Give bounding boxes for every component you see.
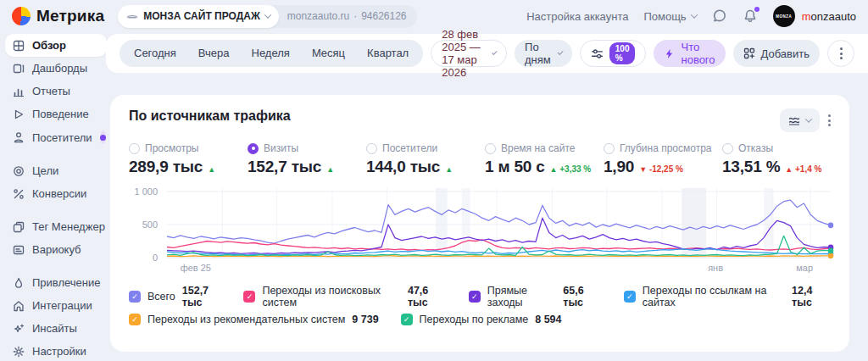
lightning-icon xyxy=(664,48,675,59)
tag-manager-icon xyxy=(12,220,25,233)
sidebar-item-conversions[interactable]: Конверсии xyxy=(5,182,107,205)
legend-value: 65,6 тыс xyxy=(563,285,601,308)
metrica-logo-text: Метрика xyxy=(36,7,104,25)
legend-item-direct[interactable]: ✓ Прямые заходы 65,6 тыс xyxy=(469,285,602,308)
sidebar-group-main: Обзор Дашборды Отчеты Поведение Посетите… xyxy=(5,34,107,149)
sidebar-item-reports[interactable]: Отчеты xyxy=(5,80,107,103)
sparkle-icon xyxy=(12,322,25,335)
range-yesterday[interactable]: Вчера xyxy=(187,40,241,67)
range-quarter[interactable]: Квартал xyxy=(356,40,420,67)
date-range-picker[interactable]: 28 фев 2025 — 17 мар 2026 xyxy=(431,40,507,67)
whats-new-label: Что нового xyxy=(681,41,715,66)
radio-icon[interactable] xyxy=(129,143,140,154)
counter-id: 94626126 xyxy=(361,10,406,22)
metric-bounce-rate[interactable]: Отказы 13,51 %▲ +1,4 % xyxy=(722,142,821,176)
legend-item-recommendations[interactable]: ✓ Переходы из рекомендательных систем 9 … xyxy=(129,314,379,325)
date-range-value: 28 фев 2025 — 17 мар 2026 xyxy=(442,28,487,79)
plot-area[interactable] xyxy=(167,188,831,259)
sidebar-item-tag-manager[interactable]: Тег Менеджерβ xyxy=(5,215,107,238)
sidebar: Обзор Дашборды Отчеты Поведение Посетите… xyxy=(5,34,107,361)
add-button[interactable]: Добавить xyxy=(733,40,820,67)
legend-row: ✓ Переходы из рекомендательных систем 9 … xyxy=(129,308,831,330)
sidebar-item-goals[interactable]: Цели xyxy=(5,159,107,182)
whats-new-button[interactable]: Что нового xyxy=(654,40,725,67)
y-tick: 0 xyxy=(153,253,158,263)
range-today[interactable]: Сегодня xyxy=(123,40,187,67)
toolbar-kebab-button[interactable] xyxy=(827,40,854,67)
radio-icon[interactable] xyxy=(722,143,733,154)
sampling-control[interactable]: 100 % xyxy=(580,40,647,67)
legend-label: Переходы по ссылкам на сайтах xyxy=(643,285,785,308)
dashboards-icon xyxy=(12,62,25,75)
range-week[interactable]: Неделя xyxy=(241,40,301,67)
sidebar-item-label: Настройки xyxy=(32,345,86,358)
person-icon xyxy=(12,131,25,144)
card-kebab-button[interactable] xyxy=(828,114,831,128)
account-settings-link[interactable]: Настройка аккаунта xyxy=(526,10,628,23)
metrica-logo[interactable]: Метрика xyxy=(12,7,104,25)
chat-icon[interactable] xyxy=(712,8,727,24)
checkbox-icon[interactable]: ✓ xyxy=(401,314,413,325)
kebab-icon xyxy=(840,47,843,61)
granularity-select[interactable]: По дням xyxy=(515,40,572,67)
trend-arrow: ▲ xyxy=(785,165,793,174)
metric-delta: +3,33 % xyxy=(559,164,591,174)
metric-value: 152,7 тыс xyxy=(248,158,321,176)
sidebar-item-label: Конверсии xyxy=(32,187,86,200)
counter-domain[interactable]: monzaauto.ru xyxy=(287,10,349,22)
notification-dot xyxy=(754,7,760,12)
sidebar-item-attraction[interactable]: Привлечение xyxy=(5,271,107,294)
chevron-down-icon xyxy=(557,49,563,55)
checkbox-icon[interactable]: ✓ xyxy=(129,314,141,325)
legend-item-ads[interactable]: ✓ Переходы по рекламе 8 594 xyxy=(401,314,562,325)
sidebar-item-insights[interactable]: Инсайты xyxy=(5,317,107,340)
radio-icon[interactable] xyxy=(604,143,615,154)
metric-time-on-site[interactable]: Время на сайте 1 м 50 с▲ +3,33 % xyxy=(485,142,604,176)
legend-item-total[interactable]: ✓ Всего 152,7 тыс xyxy=(129,285,221,308)
trend-chart[interactable]: 1 000 500 0 xyxy=(129,188,831,276)
metric-value: 1 м 50 с xyxy=(485,158,545,176)
sidebar-item-variocube[interactable]: Вариокуб xyxy=(5,238,107,261)
legend-label: Переходы из поисковых систем xyxy=(262,285,401,308)
checkbox-icon[interactable]: ✓ xyxy=(624,291,636,303)
sidebar-item-label: Вариокуб xyxy=(32,243,81,256)
sidebar-item-dashboards[interactable]: Дашборды xyxy=(5,57,107,80)
checkbox-icon[interactable]: ✓ xyxy=(129,291,141,303)
sidebar-item-visitors[interactable]: Посетители xyxy=(5,125,107,149)
radio-icon[interactable] xyxy=(485,143,496,154)
sidebar-item-settings[interactable]: Настройки xyxy=(5,340,107,361)
metrics-row: Просмотры 289,9 тыс▲ Визиты 152,7 тыс▲ П… xyxy=(129,142,831,176)
help-menu[interactable]: Помощь xyxy=(643,10,696,23)
counter-selector[interactable]: МОНЗА САЙТ ПРОДАЖ xyxy=(118,5,279,28)
radio-selected-icon[interactable] xyxy=(248,143,259,154)
legend-value: 9 739 xyxy=(352,314,378,325)
sidebar-item-label: Обзор xyxy=(32,39,66,52)
sidebar-item-behavior[interactable]: Поведение xyxy=(5,103,107,125)
radio-icon[interactable] xyxy=(366,143,377,154)
add-label: Добавить xyxy=(761,47,810,60)
chart-legend: ✓ Всего 152,7 тыс ✓ Переходы из поисковы… xyxy=(129,285,831,330)
notifications-bell-icon[interactable] xyxy=(743,8,758,24)
metric-label: Визиты xyxy=(264,142,298,154)
sliders-icon xyxy=(591,47,604,60)
legend-item-links[interactable]: ✓ Переходы по ссылкам на сайтах 12,4 тыс xyxy=(624,285,831,308)
sidebar-item-overview[interactable]: Обзор xyxy=(5,34,107,57)
metric-pageviews[interactable]: Просмотры 289,9 тыс▲ xyxy=(129,142,248,176)
avatar: MONZA xyxy=(773,5,795,27)
trend-arrow: ▲ xyxy=(208,165,215,174)
x-tick: янв xyxy=(708,263,723,273)
metric-visits[interactable]: Визиты 152,7 тыс▲ xyxy=(248,142,366,176)
legend-item-search[interactable]: ✓ Переходы из поисковых систем 47,6 тыс xyxy=(243,285,446,308)
legend-label: Переходы по рекламе xyxy=(420,314,529,325)
trend-arrow: ▲ xyxy=(445,165,453,174)
sidebar-item-integrations[interactable]: Интеграции xyxy=(5,294,107,317)
chevron-down-icon xyxy=(690,11,697,18)
checkbox-icon[interactable]: ✓ xyxy=(469,291,481,303)
metric-users[interactable]: Посетители 144,0 тыс▲ xyxy=(366,142,485,176)
y-axis-labels: 1 000 500 0 xyxy=(129,188,161,259)
range-month[interactable]: Месяц xyxy=(301,40,356,67)
checkbox-icon[interactable]: ✓ xyxy=(243,291,255,303)
metric-depth[interactable]: Глубина просмотра 1,90▼ -12,25 % xyxy=(604,142,722,176)
chart-type-selector[interactable] xyxy=(780,108,820,132)
user-menu[interactable]: MONZA monzaauto xyxy=(773,5,856,27)
